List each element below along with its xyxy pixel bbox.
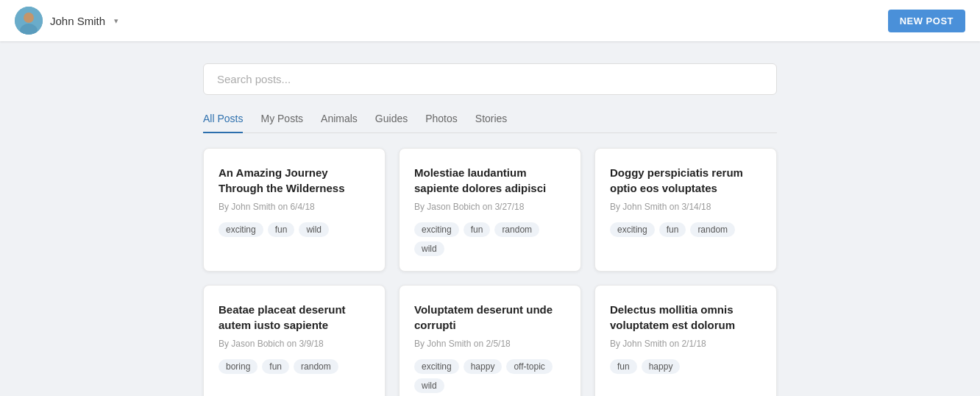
card-tags: excitingfunrandomwild — [414, 222, 566, 256]
new-post-button[interactable]: NEW POST — [888, 10, 965, 32]
tabs-nav: All PostsMy PostsAnimalsGuidesPhotosStor… — [203, 113, 777, 133]
tab-guides[interactable]: Guides — [375, 113, 408, 133]
tag-off-topic[interactable]: off-topic — [506, 359, 552, 374]
card-title: Voluptatem deserunt unde corrupti — [414, 302, 566, 333]
card-meta: By John Smith on 6/4/18 — [219, 202, 370, 212]
tag-fun[interactable]: fun — [262, 359, 289, 374]
tag-exciting[interactable]: exciting — [610, 222, 655, 237]
post-card[interactable]: Voluptatem deserunt unde corruptiBy John… — [399, 285, 581, 396]
tag-fun[interactable]: fun — [659, 222, 686, 237]
post-card[interactable]: Delectus mollitia omnis voluptatem est d… — [594, 285, 777, 396]
tab-photos[interactable]: Photos — [425, 113, 458, 133]
card-title: Doggy perspiciatis rerum optio eos volup… — [610, 165, 761, 196]
chevron-down-icon: ▾ — [114, 16, 118, 26]
card-meta: By John Smith on 3/14/18 — [610, 202, 761, 212]
posts-grid: An Amazing Journey Through the Wildernes… — [203, 148, 777, 396]
post-card[interactable]: An Amazing Journey Through the Wildernes… — [203, 148, 386, 272]
tab-animals[interactable]: Animals — [321, 113, 358, 133]
tag-exciting[interactable]: exciting — [414, 222, 459, 237]
tag-fun[interactable]: fun — [610, 359, 637, 374]
card-tags: boringfunrandom — [219, 359, 370, 374]
svg-point-1 — [24, 13, 34, 23]
card-meta: By John Smith on 2/5/18 — [414, 339, 566, 349]
tag-happy[interactable]: happy — [464, 359, 503, 374]
username-label: John Smith — [50, 15, 105, 27]
tag-exciting[interactable]: exciting — [414, 359, 459, 374]
tag-wild[interactable]: wild — [414, 241, 444, 256]
tag-fun[interactable]: fun — [464, 222, 491, 237]
tag-random[interactable]: random — [294, 359, 338, 374]
card-tags: excitinghappyoff-topicwild — [414, 359, 566, 393]
tag-wild[interactable]: wild — [414, 378, 444, 393]
user-info[interactable]: John Smith ▾ — [15, 7, 118, 35]
card-tags: excitingfunrandom — [610, 222, 761, 237]
tag-fun[interactable]: fun — [268, 222, 295, 237]
card-meta: By Jason Bobich on 3/27/18 — [414, 202, 566, 212]
card-tags: funhappy — [610, 359, 761, 374]
card-title: Beatae placeat deserunt autem iusto sapi… — [219, 302, 370, 333]
card-title: An Amazing Journey Through the Wildernes… — [219, 165, 370, 196]
tag-random[interactable]: random — [690, 222, 735, 237]
card-title: Molestiae laudantium sapiente dolores ad… — [414, 165, 566, 196]
card-meta: By John Smith on 2/1/18 — [610, 339, 761, 349]
main-content: All PostsMy PostsAnimalsGuidesPhotosStor… — [188, 41, 792, 396]
card-tags: excitingfunwild — [219, 222, 370, 237]
search-input[interactable] — [203, 63, 777, 95]
card-meta: By Jason Bobich on 3/9/18 — [219, 339, 370, 349]
post-card[interactable]: Molestiae laudantium sapiente dolores ad… — [399, 148, 581, 272]
tab-my-posts[interactable]: My Posts — [260, 113, 303, 133]
avatar — [15, 7, 43, 35]
app-header: John Smith ▾ NEW POST — [0, 0, 980, 41]
post-card[interactable]: Beatae placeat deserunt autem iusto sapi… — [203, 285, 386, 396]
tag-random[interactable]: random — [494, 222, 539, 237]
tag-happy[interactable]: happy — [642, 359, 681, 374]
tag-exciting[interactable]: exciting — [219, 222, 263, 237]
tag-boring[interactable]: boring — [219, 359, 258, 374]
tag-wild[interactable]: wild — [299, 222, 329, 237]
card-title: Delectus mollitia omnis voluptatem est d… — [610, 302, 761, 333]
post-card[interactable]: Doggy perspiciatis rerum optio eos volup… — [594, 148, 777, 272]
tab-stories[interactable]: Stories — [475, 113, 508, 133]
tab-all-posts[interactable]: All Posts — [203, 113, 243, 133]
